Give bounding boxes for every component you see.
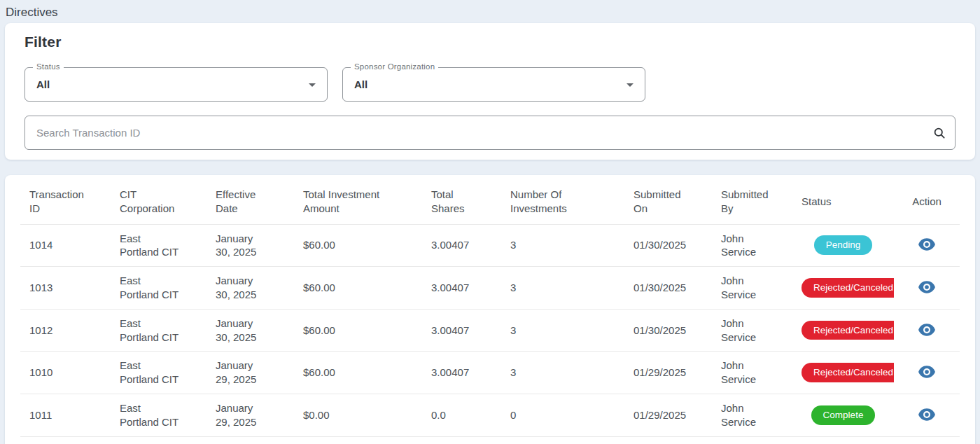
column-header-cit-corporation: CIT Corporation xyxy=(111,175,206,224)
column-header-status: Status xyxy=(792,175,894,224)
filter-heading: Filter xyxy=(24,34,955,50)
column-header-submitted-on: Submitted On xyxy=(624,175,712,224)
column-header-total-investment-amount: Total Investment Amount xyxy=(294,175,422,224)
cell-total-investment-amount: $0.00 xyxy=(294,394,422,436)
cell-cit-corporation: East Portland CIT xyxy=(111,394,206,436)
cell-total-investment-amount: $60.00 xyxy=(294,224,422,267)
search-button[interactable] xyxy=(924,116,955,149)
column-header-number-of-investments: Number Of Investments xyxy=(501,175,624,224)
cell-transaction-id: 1011 xyxy=(20,394,111,436)
directives-table-panel: Transaction ID CIT Corporation Effective… xyxy=(5,175,975,444)
cell-number-of-investments: 3 xyxy=(501,224,624,267)
sponsor-organization-select[interactable]: Sponsor Organization All xyxy=(342,67,645,102)
column-header-effective-date: Effective Date xyxy=(206,175,294,224)
eye-icon xyxy=(918,365,936,379)
eye-icon xyxy=(918,408,936,422)
table-row: 1011 East Portland CIT January 29, 2025 … xyxy=(20,394,960,436)
cell-number-of-investments: 3 xyxy=(501,309,624,352)
status-select-label: Status xyxy=(33,62,64,71)
cell-submitted-by: John Service xyxy=(712,352,792,394)
cell-total-shares: 3.00407 xyxy=(422,224,501,267)
cell-submitted-by: John Service xyxy=(712,267,792,310)
directives-table: Transaction ID CIT Corporation Effective… xyxy=(20,175,960,437)
status-badge: Complete xyxy=(811,405,876,425)
cell-submitted-on: 01/30/2025 xyxy=(624,224,712,267)
cell-total-shares: 3.00407 xyxy=(422,352,501,394)
cell-effective-date: January 30, 2025 xyxy=(206,267,294,310)
status-select-value: All xyxy=(36,78,50,90)
page-title: Directives xyxy=(0,0,980,23)
cell-transaction-id: 1012 xyxy=(20,309,111,352)
view-details-button[interactable] xyxy=(916,321,938,339)
eye-icon xyxy=(918,237,936,251)
cell-total-shares: 3.00407 xyxy=(422,309,501,352)
cell-effective-date: January 29, 2025 xyxy=(206,394,294,436)
filter-panel: Filter Status All Sponsor Organization A… xyxy=(5,23,975,160)
cell-total-investment-amount: $60.00 xyxy=(294,352,422,394)
cell-total-investment-amount: $60.00 xyxy=(294,309,422,352)
cell-cit-corporation: East Portland CIT xyxy=(111,267,206,310)
table-header-row: Transaction ID CIT Corporation Effective… xyxy=(20,175,960,224)
status-badge: Rejected/Canceled xyxy=(802,363,894,382)
status-select[interactable]: Status All xyxy=(24,67,328,102)
eye-icon xyxy=(918,323,936,337)
column-header-transaction-id: Transaction ID xyxy=(20,175,111,224)
search-icon xyxy=(932,126,946,140)
sponsor-organization-select-label: Sponsor Organization xyxy=(351,62,438,71)
table-row: 1014 East Portland CIT January 30, 2025 … xyxy=(20,224,960,267)
filter-selects-row: Status All Sponsor Organization All xyxy=(24,67,955,102)
status-badge: Pending xyxy=(814,235,873,255)
cell-effective-date: January 29, 2025 xyxy=(206,352,294,394)
cell-total-investment-amount: $60.00 xyxy=(294,267,422,310)
column-header-submitted-by: Submitted By xyxy=(712,175,792,224)
eye-icon xyxy=(918,280,936,294)
cell-submitted-by: John Service xyxy=(712,394,792,436)
column-header-action: Action xyxy=(894,175,960,224)
cell-total-shares: 3.00407 xyxy=(422,267,501,310)
cell-submitted-on: 01/29/2025 xyxy=(624,394,712,436)
cell-number-of-investments: 0 xyxy=(501,394,624,436)
cell-submitted-by: John Service xyxy=(712,309,792,352)
cell-number-of-investments: 3 xyxy=(501,352,624,394)
cell-submitted-on: 01/30/2025 xyxy=(624,267,712,310)
chevron-down-icon xyxy=(309,83,316,87)
cell-transaction-id: 1014 xyxy=(20,224,111,267)
cell-transaction-id: 1013 xyxy=(20,267,111,310)
view-details-button[interactable] xyxy=(916,363,938,381)
status-badge: Rejected/Canceled xyxy=(802,278,894,298)
cell-cit-corporation: East Portland CIT xyxy=(111,224,206,267)
cell-submitted-by: John Service xyxy=(712,224,792,267)
cell-number-of-investments: 3 xyxy=(501,267,624,310)
sponsor-organization-select-value: All xyxy=(354,78,368,90)
cell-effective-date: January 30, 2025 xyxy=(206,309,294,352)
view-details-button[interactable] xyxy=(916,278,938,296)
search-input[interactable] xyxy=(25,116,924,149)
paginator: Items per page: 10 1 – 5 of 5 xyxy=(20,437,960,444)
table-row: 1012 East Portland CIT January 30, 2025 … xyxy=(20,309,960,352)
cell-cit-corporation: East Portland CIT xyxy=(111,352,206,394)
cell-total-shares: 0.0 xyxy=(422,394,501,436)
cell-submitted-on: 01/29/2025 xyxy=(624,352,712,394)
view-details-button[interactable] xyxy=(916,235,938,254)
cell-transaction-id: 1010 xyxy=(20,352,111,394)
table-row: 1010 East Portland CIT January 29, 2025 … xyxy=(20,352,960,394)
cell-cit-corporation: East Portland CIT xyxy=(111,309,206,352)
cell-effective-date: January 30, 2025 xyxy=(206,224,294,267)
view-details-button[interactable] xyxy=(916,405,938,424)
cell-submitted-on: 01/30/2025 xyxy=(624,309,712,352)
table-row: 1013 East Portland CIT January 30, 2025 … xyxy=(20,267,960,310)
search-field xyxy=(24,116,955,150)
chevron-down-icon xyxy=(626,83,634,87)
column-header-total-shares: Total Shares xyxy=(422,175,501,224)
status-badge: Rejected/Canceled xyxy=(802,321,894,340)
